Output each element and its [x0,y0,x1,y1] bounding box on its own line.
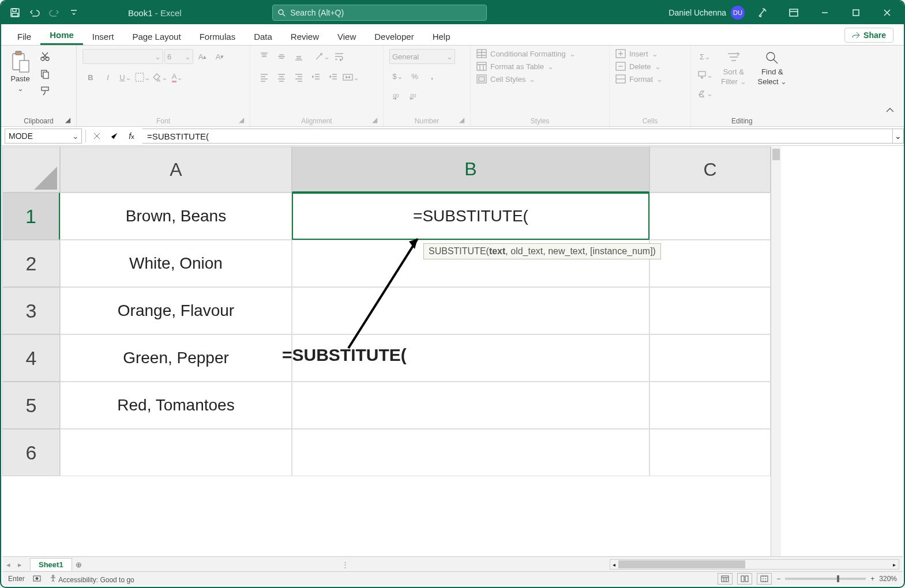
macro-record-icon[interactable] [33,574,41,584]
fill-color-icon[interactable]: ⌄ [152,70,168,85]
coming-soon-icon[interactable] [749,1,776,24]
insert-cells-button[interactable]: Insert⌄ [615,49,685,58]
col-header-A[interactable]: A [60,146,292,193]
select-all-corner[interactable] [2,146,60,193]
page-layout-view-icon[interactable] [737,573,752,585]
number-format-combo[interactable]: General⌄ [389,49,455,64]
cell-C6[interactable] [649,429,771,476]
tab-insert[interactable]: Insert [83,27,123,45]
zoom-slider-thumb[interactable] [837,575,839,582]
clear-icon[interactable]: ⌄ [697,86,713,101]
cell-styles-button[interactable]: Cell Styles⌄ [476,74,603,84]
col-header-B[interactable]: B [292,146,649,193]
horizontal-scrollbar[interactable]: ◂ ▸ [610,559,899,570]
tab-review[interactable]: Review [281,27,328,45]
cell-A6[interactable] [60,429,292,476]
italic-icon[interactable]: I [100,70,116,85]
share-button[interactable]: Share [844,28,893,43]
align-top-icon[interactable] [256,49,272,64]
row-header-3[interactable]: 3 [2,287,60,334]
merge-center-icon[interactable]: ⌄ [343,70,359,85]
undo-icon[interactable] [27,5,43,21]
row-header-4[interactable]: 4 [2,334,60,382]
cell-A2[interactable]: White, Onion [60,240,292,287]
find-select-button[interactable]: Find & Select ⌄ [754,49,791,87]
increase-decimal-icon[interactable]: .00 [389,88,405,103]
fill-icon[interactable]: ⌄ [697,67,713,82]
name-box[interactable]: MODE⌄ [5,129,82,144]
decrease-font-icon[interactable]: A▾ [212,49,228,64]
cell-A3[interactable]: Orange, Flavour [60,287,292,334]
hscroll-thumb[interactable] [618,560,745,568]
row-header-5[interactable]: 5 [2,382,60,429]
accessibility-status[interactable]: Accessibility: Good to go [49,574,134,584]
formula-input[interactable]: =SUBSTITUTE( [142,129,893,144]
accounting-format-icon[interactable]: $⌄ [389,69,405,84]
align-center-icon[interactable] [273,70,290,85]
cell-C3[interactable] [649,287,771,334]
tab-data[interactable]: Data [245,27,281,45]
cell-A1[interactable]: Brown, Beans [60,193,292,240]
zoom-slider[interactable] [785,578,866,580]
increase-indent-icon[interactable] [325,70,341,85]
cell-A4[interactable]: Green, Pepper [60,334,292,382]
cell-C4[interactable] [649,334,771,382]
ribbon-display-icon[interactable] [780,1,807,24]
orientation-icon[interactable]: ⌄ [314,49,330,64]
save-icon[interactable] [7,5,23,21]
normal-view-icon[interactable] [718,573,733,585]
align-middle-icon[interactable] [273,49,290,64]
tab-view[interactable]: View [328,27,365,45]
vertical-scrollbar[interactable] [771,146,781,557]
zoom-out-icon[interactable]: − [776,575,780,583]
sheet-tab-1[interactable]: Sheet1 [30,558,72,571]
bold-icon[interactable]: B [82,70,99,85]
format-cells-button[interactable]: Format⌄ [615,74,685,84]
cut-icon[interactable] [37,49,53,64]
tab-help[interactable]: Help [423,27,460,45]
row-header-6[interactable]: 6 [2,429,60,476]
decrease-indent-icon[interactable] [308,70,324,85]
col-header-C[interactable]: C [649,146,771,193]
percent-format-icon[interactable]: % [407,69,423,84]
cancel-formula-icon[interactable] [89,129,104,143]
sort-filter-button[interactable]: Sort & Filter ⌄ [718,49,750,87]
decrease-decimal-icon[interactable]: .00 [407,88,423,103]
tab-file[interactable]: File [8,27,40,45]
underline-icon[interactable]: U⌄ [117,70,133,85]
increase-font-icon[interactable]: A▴ [194,49,211,64]
align-right-icon[interactable] [291,70,307,85]
font-color-icon[interactable]: A⌄ [169,70,185,85]
maximize-button[interactable] [843,1,869,24]
font-name-combo[interactable]: ⌄ [82,49,163,64]
tab-developer[interactable]: Developer [365,27,423,45]
sheet-nav-next-icon[interactable]: ▸ [14,560,25,569]
tab-formulas[interactable]: Formulas [190,27,245,45]
tab-page-layout[interactable]: Page Layout [123,27,190,45]
expand-formula-bar-icon[interactable]: ⌄ [893,129,904,144]
close-button[interactable] [874,1,900,24]
row-header-2[interactable]: 2 [2,240,60,287]
page-break-view-icon[interactable] [757,573,772,585]
search-box[interactable]: Search (Alt+Q) [272,5,487,21]
format-painter-icon[interactable] [37,84,53,99]
sheet-nav-prev-icon[interactable]: ◂ [2,560,14,569]
cell-C2[interactable] [649,240,771,287]
paste-button[interactable]: Paste ⌄ [7,49,33,94]
tab-home[interactable]: Home [40,25,83,45]
cell-B6[interactable] [292,429,649,476]
copy-icon[interactable] [37,66,53,81]
comma-format-icon[interactable]: , [424,69,440,84]
zoom-in-icon[interactable]: + [870,575,874,583]
hscroll-left-icon[interactable]: ◂ [610,560,618,569]
cell-C1[interactable] [649,193,771,240]
hscroll-right-icon[interactable]: ▸ [891,560,899,569]
wrap-text-icon[interactable] [331,49,347,64]
tab-scroll-handle[interactable]: ⋮ [341,560,349,569]
cell-A5[interactable]: Red, Tomantoes [60,382,292,429]
enter-formula-icon[interactable] [107,129,122,143]
user-name[interactable]: Daniel Uchenna [669,8,726,17]
insert-function-icon[interactable]: fx [124,129,139,143]
conditional-formatting-button[interactable]: Conditional Formatting⌄ [476,49,603,58]
delete-cells-button[interactable]: Delete⌄ [615,62,685,71]
